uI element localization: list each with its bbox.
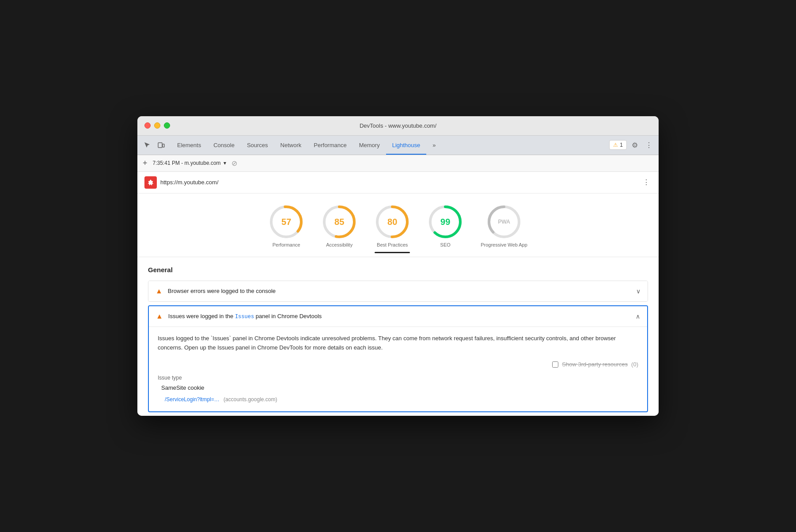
window-title: DevTools - www.youtube.com/ (360, 122, 436, 129)
tab-bar: Elements Console Sources Network Perform… (137, 136, 659, 155)
issues-link[interactable]: Issues (235, 314, 254, 320)
gauge-label-accessibility: Accessibility (326, 242, 353, 247)
audit-browser-errors-title: Browser errors were logged to the consol… (168, 288, 633, 294)
device-toggle-icon[interactable] (155, 139, 167, 151)
third-party-label: Show 3rd-party resources (562, 361, 628, 368)
close-button[interactable] (144, 122, 151, 129)
gauge-label-best-practices: Best Practices (377, 242, 408, 247)
general-title: General (148, 266, 648, 274)
tab-network[interactable]: Network (274, 136, 308, 155)
active-indicator (375, 252, 410, 253)
maximize-button[interactable] (164, 122, 170, 129)
tab-navigation: Elements Console Sources Network Perform… (171, 136, 609, 155)
gauge-best-practices[interactable]: 80 Best Practices (375, 204, 410, 253)
svg-rect-1 (163, 144, 164, 147)
warning-badge[interactable]: ⚠ 1 (609, 140, 627, 150)
more-options-button[interactable]: ⋮ (643, 139, 655, 151)
warning-triangle-icon-2: ▲ (156, 312, 163, 320)
gauge-label-pwa: Progressive Web App (481, 242, 527, 247)
gauge-accessibility[interactable]: 85 Accessibility (322, 204, 357, 253)
traffic-lights (144, 122, 170, 129)
gauge-value-performance: 57 (281, 217, 291, 227)
tab-performance[interactable]: Performance (307, 136, 353, 155)
cursor-icon[interactable] (141, 139, 153, 151)
gauge-circle-best-practices: 80 (375, 204, 410, 239)
gauge-seo[interactable]: 99 SEO (428, 204, 463, 253)
warning-triangle-icon: ▲ (155, 287, 163, 295)
gauge-value-best-practices: 80 (387, 217, 397, 227)
gauge-value-seo: 99 (440, 217, 450, 227)
lighthouse-icon (144, 176, 157, 189)
tab-memory[interactable]: Memory (353, 136, 386, 155)
devtools-window: DevTools - www.youtube.com/ Elements Con… (137, 116, 659, 416)
gauge-performance[interactable]: 57 Performance (269, 204, 304, 253)
url-chip[interactable]: 7:35:41 PM - m.youtube.com ▾ (153, 160, 226, 166)
tab-bar-actions: ⚠ 1 ⚙ ⋮ (609, 139, 655, 151)
audit-description: Issues logged to the `Issues` panel in C… (158, 334, 638, 353)
title-bar: DevTools - www.youtube.com/ (137, 116, 659, 136)
audit-issues-logged-header[interactable]: ▲ Issues were logged in the Issues panel… (149, 306, 647, 327)
settings-button[interactable]: ⚙ (629, 139, 641, 151)
gauge-pwa[interactable]: PWA Progressive Web App (481, 204, 527, 253)
audit-issues-logged-title: Issues were logged in the Issues panel i… (168, 313, 632, 320)
general-section: General ▲ Browser errors were logged to … (137, 257, 659, 416)
gauge-value-pwa: PWA (498, 219, 510, 225)
no-throttle-icon[interactable]: ⊘ (231, 159, 237, 167)
third-party-checkbox-label[interactable]: Show 3rd-party resources (0) (552, 361, 638, 368)
warning-icon: ⚠ (613, 142, 618, 148)
gauge-circle-performance: 57 (269, 204, 304, 239)
issue-type-label: Issue type (158, 375, 638, 381)
issue-type-value: SameSite cookie (158, 384, 638, 391)
collapse-icon: ∨ (636, 288, 641, 295)
lighthouse-header: https://m.youtube.com/ ⋮ (137, 172, 659, 194)
third-party-count: (0) (631, 361, 638, 368)
report-url: https://m.youtube.com/ (160, 179, 637, 186)
issue-domain: (accounts.google.com) (224, 396, 277, 403)
tab-elements[interactable]: Elements (171, 136, 207, 155)
minimize-button[interactable] (154, 122, 160, 129)
secondary-bar: + 7:35:41 PM - m.youtube.com ▾ ⊘ (137, 155, 659, 172)
audit-expanded-content: Issues logged to the `Issues` panel in C… (149, 327, 647, 412)
issue-url: /ServiceLogin?ltmpl=… (accounts.google.c… (158, 396, 638, 403)
gauge-circle-pwa: PWA (486, 204, 522, 239)
audit-browser-errors-header[interactable]: ▲ Browser errors were logged to the cons… (148, 281, 648, 301)
scores-section: 57 Performance 85 Accessibility (137, 194, 659, 257)
tab-lighthouse[interactable]: Lighthouse (386, 136, 427, 155)
gauge-circle-accessibility: 85 (322, 204, 357, 239)
svg-rect-0 (158, 143, 162, 148)
third-party-row: Show 3rd-party resources (0) (158, 361, 638, 368)
gauge-circle-seo: 99 (428, 204, 463, 239)
tab-sources[interactable]: Sources (241, 136, 274, 155)
third-party-checkbox[interactable] (552, 361, 558, 368)
report-more-button[interactable]: ⋮ (641, 176, 652, 188)
audit-browser-errors: ▲ Browser errors were logged to the cons… (148, 281, 648, 302)
gauge-label-seo: SEO (440, 242, 451, 247)
expand-icon: ∧ (636, 313, 640, 320)
tab-more[interactable]: » (426, 136, 442, 155)
gauge-label-performance: Performance (273, 242, 300, 247)
main-content: https://m.youtube.com/ ⋮ 57 Performance (137, 172, 659, 416)
add-button[interactable]: + (143, 159, 148, 167)
gauge-value-accessibility: 85 (334, 217, 344, 227)
tab-console[interactable]: Console (207, 136, 241, 155)
audit-issues-logged: ▲ Issues were logged in the Issues panel… (148, 305, 648, 413)
